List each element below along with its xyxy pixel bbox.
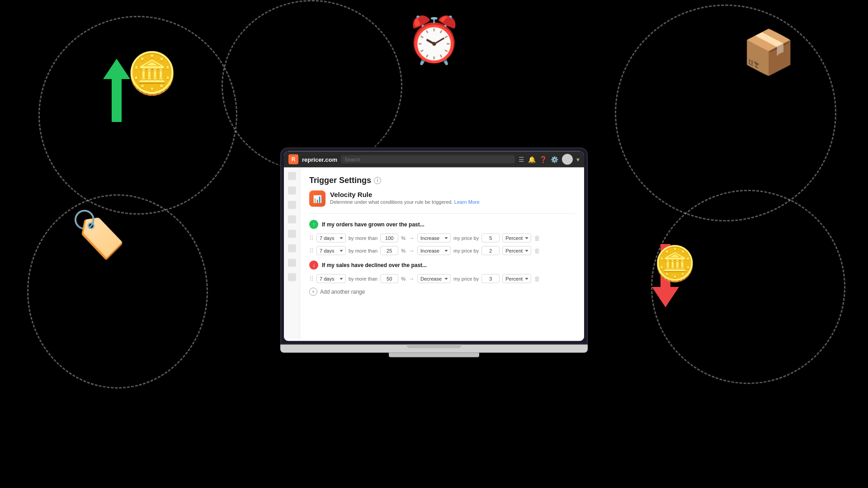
content-area: Trigger Settings i 📊 Velocity Rule Deter… <box>284 168 584 339</box>
title-info-icon[interactable]: i <box>374 177 381 184</box>
brand-name: repricer.com <box>302 156 337 163</box>
declined-type-select-1[interactable]: Percent Amount <box>502 274 531 283</box>
drag-handle-3[interactable]: ⠿ <box>309 275 314 282</box>
add-range-button[interactable]: + Add another range <box>309 288 365 296</box>
price-tag-decoration: 🏷️ <box>70 208 127 261</box>
boxes-decoration: 📦 <box>742 27 796 78</box>
chevron-down-icon[interactable]: ▾ <box>576 156 580 163</box>
declined-badge: ↓ <box>309 261 318 270</box>
drag-handle-2[interactable]: ⠿ <box>309 247 314 254</box>
coin-stack-left: 🪙 <box>127 50 177 97</box>
filter-icon[interactable]: ☰ <box>519 156 524 163</box>
by-more-than-label-2: by more than <box>349 248 377 253</box>
laptop-container: R repricer.com ☰ 🔔 ❓ ⚙️ ▾ <box>280 148 588 357</box>
sidebar-icon-7[interactable] <box>288 259 296 267</box>
grown-row-2: ⠿ 7 days 14 days 30 days by more than % … <box>309 246 575 255</box>
declined-section-header: ↓ If my sales have declined over the pas… <box>309 261 575 270</box>
gear-icon[interactable]: ⚙️ <box>551 156 558 163</box>
grown-type-select-2[interactable]: Percent Amount <box>502 246 531 255</box>
add-range-label: Add another range <box>320 289 365 295</box>
coin-stack-right: 🪙 <box>654 244 696 284</box>
grown-amount-input-2[interactable] <box>481 246 500 255</box>
grown-percent-input-2[interactable] <box>380 246 398 255</box>
declined-days-select-1[interactable]: 7 days 14 days 30 days <box>316 274 346 283</box>
grown-amount-input-1[interactable] <box>481 234 500 243</box>
grown-label: If my orders have grown over the past... <box>322 221 425 228</box>
declined-amount-input-1[interactable] <box>481 274 500 283</box>
dashed-circle-1 <box>38 16 237 215</box>
rule-icon: 📊 <box>309 191 326 207</box>
main-content: Trigger Settings i 📊 Velocity Rule Deter… <box>300 168 584 339</box>
my-price-by-label-1: my price by <box>453 235 479 241</box>
declined-section: ↓ If my sales have declined over the pas… <box>309 261 575 283</box>
arrow-icon-1: → <box>408 235 415 242</box>
my-price-by-label-3: my price by <box>453 276 479 282</box>
green-up-arrow <box>103 59 130 122</box>
sidebar-icon-4[interactable] <box>288 216 296 224</box>
declined-action-select-1[interactable]: Decrease Increase <box>417 274 451 283</box>
grown-action-select-1[interactable]: Increase Decrease <box>417 234 451 243</box>
browser-window: R repricer.com ☰ 🔔 ❓ ⚙️ ▾ <box>284 151 584 341</box>
sidebar-icon-6[interactable] <box>288 244 296 253</box>
declined-label: If my sales have declined over the past.… <box>322 262 427 268</box>
drag-handle-1[interactable]: ⠿ <box>309 235 314 242</box>
delete-grown-row-1[interactable]: 🗑 <box>534 235 540 242</box>
browser-bar: R repricer.com ☰ 🔔 ❓ ⚙️ ▾ <box>284 151 584 168</box>
sidebar-icon-1[interactable] <box>288 172 296 180</box>
delete-grown-row-2[interactable]: 🗑 <box>534 247 540 254</box>
declined-row-1: ⠿ 7 days 14 days 30 days by more than % … <box>309 274 575 283</box>
rule-subtitle: Determine under what conditions your rul… <box>330 199 480 205</box>
grown-days-select-2[interactable]: 7 days 14 days 30 days <box>316 246 346 255</box>
sidebar-icon-2[interactable] <box>288 187 296 195</box>
browser-search-input[interactable] <box>341 155 515 164</box>
sidebar-icon-8[interactable] <box>288 273 296 282</box>
browser-icon-group: ☰ 🔔 ❓ ⚙️ ▾ <box>519 154 580 165</box>
page-title-text: Trigger Settings <box>309 176 371 185</box>
repricer-logo: R <box>288 155 298 164</box>
declined-percent-input-1[interactable] <box>380 274 398 283</box>
dashed-circle-2 <box>222 0 402 172</box>
by-more-than-label-3: by more than <box>349 276 377 282</box>
delete-declined-row-1[interactable]: 🗑 <box>534 275 540 282</box>
laptop-stand <box>389 353 479 357</box>
percent-sign-3: % <box>401 276 406 282</box>
my-price-by-label-2: my price by <box>453 248 479 253</box>
page-title: Trigger Settings i <box>309 176 575 185</box>
laptop-base <box>280 345 588 353</box>
add-range-icon: + <box>309 288 317 296</box>
bell-icon[interactable]: 🔔 <box>528 156 536 163</box>
grown-type-select-1[interactable]: Percent Amount <box>502 234 531 243</box>
by-more-than-label-1: by more than <box>349 235 377 241</box>
grown-section: ↑ If my orders have grown over the past.… <box>309 220 575 255</box>
grown-row-1: ⠿ 7 days 14 days 30 days by more than % … <box>309 234 575 243</box>
sidebar <box>284 168 300 339</box>
learn-more-link[interactable]: Learn More <box>454 199 480 205</box>
grown-percent-input-1[interactable] <box>380 234 398 243</box>
grown-days-select-1[interactable]: 7 days 14 days 30 days <box>316 234 346 243</box>
dashed-circle-3 <box>615 5 836 221</box>
sidebar-icon-3[interactable] <box>288 201 296 209</box>
arrow-icon-2: → <box>408 247 415 254</box>
grown-section-header: ↑ If my orders have grown over the past.… <box>309 220 575 229</box>
grown-badge: ↑ <box>309 220 318 229</box>
user-avatar[interactable] <box>562 154 573 165</box>
help-icon[interactable]: ❓ <box>539 156 547 163</box>
clock-decoration: ⏰ <box>406 14 462 67</box>
percent-sign-1: % <box>401 235 406 241</box>
dashed-circle-5 <box>651 190 845 384</box>
grown-action-select-2[interactable]: Increase Decrease <box>417 246 451 255</box>
arrow-icon-3: → <box>408 275 415 282</box>
laptop-screen: R repricer.com ☰ 🔔 ❓ ⚙️ ▾ <box>280 148 588 345</box>
percent-sign-2: % <box>401 248 406 253</box>
rule-header: 📊 Velocity Rule Determine under what con… <box>309 191 575 214</box>
rule-title: Velocity Rule <box>330 191 480 198</box>
sidebar-icon-5[interactable] <box>288 230 296 238</box>
rule-info: Velocity Rule Determine under what condi… <box>330 191 480 205</box>
